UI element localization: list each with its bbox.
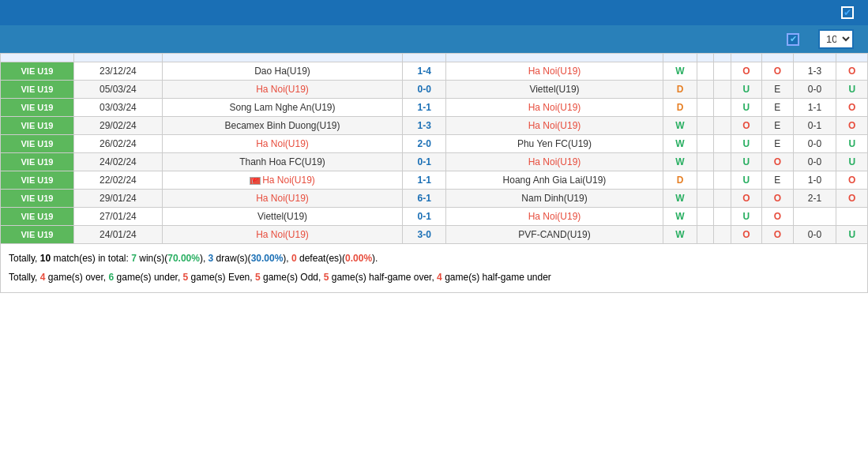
date-cell: 23/12/24 (73, 62, 162, 81)
col-team2 (446, 54, 663, 62)
score-cell[interactable]: 6-1 (403, 190, 446, 208)
team2-link[interactable]: Ha Noi(U19) (528, 66, 581, 77)
over-under-075-cell: O (836, 99, 868, 117)
date-cell: 24/02/24 (73, 153, 162, 171)
team2-cell[interactable]: Nam Dinh(U19) (446, 190, 663, 208)
score-cell[interactable]: 1-4 (403, 62, 446, 81)
team2-link[interactable]: Ha Noi(U19) (528, 156, 581, 167)
league-cell: VIE U19 (1, 208, 74, 226)
odds-cell (714, 208, 731, 226)
odd-even-cell: E (762, 117, 793, 135)
summary-section: Totally, 10 match(es) in total: 7 win(s)… (0, 244, 868, 293)
display-notes-area[interactable]: ✔ (841, 6, 859, 19)
over-under-cell: O (731, 226, 761, 244)
team1-cell[interactable]: Viettel(U19) (162, 208, 402, 226)
score-cell[interactable]: 1-3 (403, 117, 446, 135)
team1-cell[interactable]: Ha Noi(U19) (162, 226, 402, 244)
team1-link[interactable]: Ha Noi(U19) (256, 193, 309, 204)
over-count: 4 (40, 272, 46, 283)
odds-cell (714, 190, 731, 208)
team1-cell[interactable]: Dao Ha(U19) (162, 62, 402, 81)
score-link[interactable]: 6-1 (417, 193, 430, 204)
score-link[interactable]: 1-3 (417, 120, 430, 131)
team1-cell[interactable]: Ha Noi(U19) (162, 135, 402, 153)
team1-link[interactable]: 🚩Ha Noi(U19) (250, 175, 315, 186)
handicap-cell (697, 135, 714, 153)
score-cell[interactable]: 1-1 (403, 99, 446, 117)
score-cell[interactable]: 1-1 (403, 171, 446, 190)
odd-even-cell: E (762, 135, 793, 153)
team2-link[interactable]: Ha Noi(U19) (528, 120, 581, 131)
wins-count: 7 (131, 253, 137, 264)
team2-cell[interactable]: Ha Noi(U19) (446, 208, 663, 226)
score-link[interactable]: 0-1 (417, 156, 430, 167)
ht-cell: 1-0 (793, 171, 836, 190)
odds-cell (714, 81, 731, 99)
score-cell[interactable]: 0-1 (403, 208, 446, 226)
team2-cell[interactable]: PVF-CAND(U19) (446, 226, 663, 244)
handicap-cell (697, 190, 714, 208)
result-badge: W (663, 208, 697, 226)
over-under-cell: U (731, 81, 761, 99)
team1-cell[interactable]: Ha Noi(U19) (162, 81, 402, 99)
team2-link[interactable]: Ha Noi(U19) (528, 211, 581, 222)
date-cell: 03/03/24 (73, 99, 162, 117)
ht-cell: 2-1 (793, 190, 836, 208)
score-cell[interactable]: 2-0 (403, 135, 446, 153)
team2-cell[interactable]: Viettel(U19) (446, 81, 663, 99)
score-link[interactable]: 2-0 (417, 138, 430, 149)
team2-cell[interactable]: Ha Noi(U19) (446, 153, 663, 171)
result-badge: W (663, 226, 697, 244)
team1-cell[interactable]: Song Lam Nghe An(U19) (162, 99, 402, 117)
league-cell: VIE U19 (1, 117, 74, 135)
result-badge: D (663, 81, 697, 99)
ht-cell: 1-3 (793, 62, 836, 81)
col-ht (793, 54, 836, 62)
team2-cell[interactable]: Hoang Anh Gia Lai(U19) (446, 171, 663, 190)
team2-cell[interactable]: Ha Noi(U19) (446, 117, 663, 135)
over-under-cell: U (731, 208, 761, 226)
score-link[interactable]: 1-4 (417, 66, 430, 77)
col-over-under-075 (836, 54, 868, 62)
games-count-select[interactable]: 10 5 15 20 25 All (818, 29, 854, 49)
team2-link[interactable]: Ha Noi(U19) (528, 102, 581, 113)
ht-cell: 0-1 (793, 117, 836, 135)
score-cell[interactable]: 0-0 (403, 81, 446, 99)
odd-even-cell: O (762, 153, 793, 171)
score-link[interactable]: 0-0 (417, 84, 430, 95)
team1-link[interactable]: Ha Noi(U19) (256, 84, 309, 95)
odd-even-cell: E (762, 81, 793, 99)
odd-even-cell: O (762, 62, 793, 81)
team2-cell[interactable]: Phu Yen FC(U19) (446, 135, 663, 153)
team1-link[interactable]: Ha Noi(U19) (256, 138, 309, 149)
score-link[interactable]: 1-1 (417, 175, 430, 186)
score-link[interactable]: 1-1 (417, 102, 430, 113)
team1-cell[interactable]: Thanh Hoa FC(U19) (162, 153, 402, 171)
date-cell: 27/01/24 (73, 208, 162, 226)
team1-cell[interactable]: Becamex Binh Duong(U19) (162, 117, 402, 135)
filter-bar: ✔ 10 5 15 20 25 All (0, 25, 868, 53)
score-link[interactable]: 3-0 (417, 229, 430, 240)
handicap-cell (697, 117, 714, 135)
handicap-cell (697, 62, 714, 81)
draws-pct: 30.00% (251, 253, 284, 264)
result-badge: W (663, 117, 697, 135)
team2-cell[interactable]: Ha Noi(U19) (446, 99, 663, 117)
team1-link[interactable]: Ha Noi(U19) (256, 229, 309, 240)
team1-cell[interactable]: 🚩Ha Noi(U19) (162, 171, 402, 190)
date-cell: 24/01/24 (73, 226, 162, 244)
defeats-pct: 0.00% (345, 253, 372, 264)
team2-cell[interactable]: Ha Noi(U19) (446, 62, 663, 81)
score-cell[interactable]: 0-1 (403, 153, 446, 171)
col-odds (714, 54, 731, 62)
score-cell[interactable]: 3-0 (403, 226, 446, 244)
vie-u19-checkbox[interactable]: ✔ (787, 33, 799, 46)
league-cell: VIE U19 (1, 153, 74, 171)
col-spacer (663, 54, 697, 62)
score-link[interactable]: 0-1 (417, 211, 430, 222)
odd-count: 5 (255, 272, 261, 283)
handicap-cell (697, 153, 714, 171)
team1-cell[interactable]: Ha Noi(U19) (162, 190, 402, 208)
over-under-075-cell: U (836, 226, 868, 244)
display-notes-checkbox[interactable]: ✔ (841, 6, 854, 19)
